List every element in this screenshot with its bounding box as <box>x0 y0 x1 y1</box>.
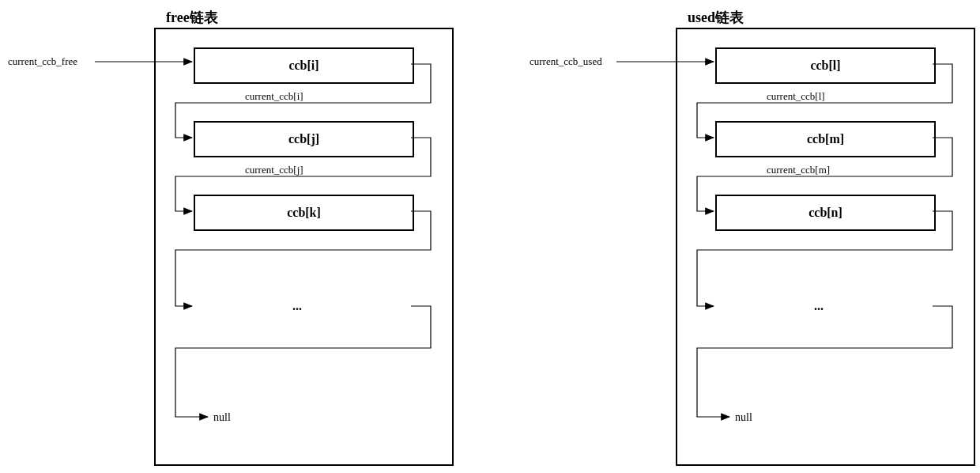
used-node-0: ccb[l] <box>715 47 936 84</box>
used-link-label-1: current_ccb[m] <box>767 164 830 176</box>
used-ellipsis: ... <box>814 299 824 313</box>
free-list-title: free链表 <box>166 8 218 27</box>
used-link-label-0: current_ccb[l] <box>767 90 825 103</box>
used-list-title: used链表 <box>688 8 744 27</box>
free-ellipsis: ... <box>292 299 302 313</box>
free-list-container <box>154 28 454 466</box>
used-list-container <box>676 28 975 466</box>
used-null-label: null <box>735 411 752 424</box>
diagram-canvas: free链表 current_ccb_free ccb[i] current_c… <box>0 0 980 473</box>
free-null-label: null <box>213 411 231 424</box>
current-ccb-used-label: current_ccb_used <box>530 55 602 68</box>
used-node-1: ccb[m] <box>715 121 936 157</box>
free-node-2: ccb[k] <box>194 195 414 231</box>
free-link-label-1: current_ccb[j] <box>245 164 303 176</box>
free-node-1: ccb[j] <box>194 121 414 157</box>
used-node-2: ccb[n] <box>715 195 936 231</box>
free-node-0: ccb[i] <box>194 47 414 84</box>
current-ccb-free-label: current_ccb_free <box>8 55 77 68</box>
free-link-label-0: current_ccb[i] <box>245 90 303 103</box>
